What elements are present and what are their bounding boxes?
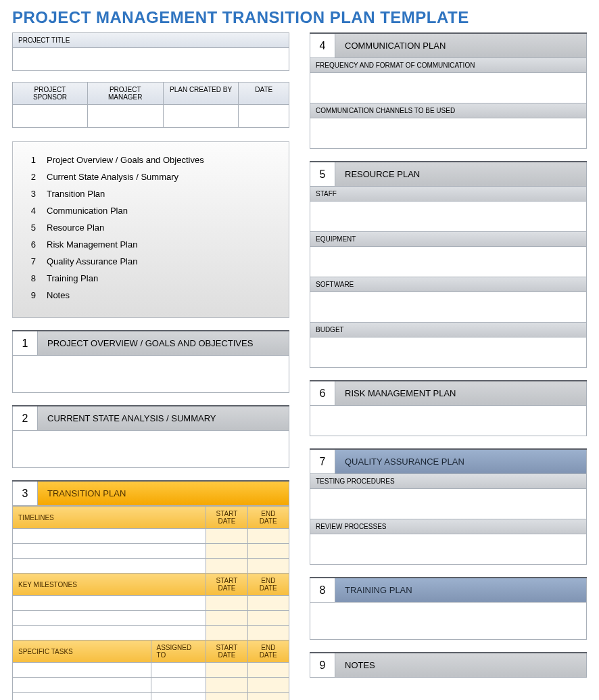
channels-label: COMMUNICATION CHANNELS TO BE USED — [310, 103, 587, 118]
right-column: 4 COMMUNICATION PLAN FREQUENCY AND FORMA… — [310, 32, 587, 700]
toc-item: 8Training Plan — [21, 270, 281, 287]
toc-item: 1Project Overview / Goals and Objectives — [21, 151, 281, 168]
project-title-label: PROJECT TITLE — [12, 32, 289, 48]
software-label: SOFTWARE — [310, 277, 587, 292]
section-1-number: 1 — [12, 331, 38, 356]
section-6-title: RISK MANAGEMENT PLAN — [335, 381, 587, 406]
section-1-header: 1 PROJECT OVERVIEW / GOALS AND OBJECTIVE… — [12, 330, 289, 356]
section-6-header: 6 RISK MANAGEMENT PLAN — [310, 380, 587, 406]
left-column: PROJECT TITLE PROJECT SPONSOR PROJECT MA… — [12, 32, 289, 700]
manager-input[interactable] — [88, 105, 164, 128]
table-row[interactable] — [13, 559, 289, 574]
section-4-header: 4 COMMUNICATION PLAN — [310, 32, 587, 58]
section-8-title: TRAINING PLAN — [335, 578, 587, 603]
budget-body[interactable] — [310, 337, 587, 368]
section-2-body[interactable] — [12, 431, 289, 468]
section-9-title: NOTES — [335, 653, 587, 678]
section-7-title: QUALITY ASSURANCE PLAN — [335, 450, 587, 474]
table-row[interactable] — [13, 678, 289, 693]
sponsor-label: PROJECT SPONSOR — [12, 82, 88, 105]
project-title-block: PROJECT TITLE — [12, 32, 289, 71]
created-by-input[interactable] — [164, 105, 239, 128]
timelines-table: TIMELINES START DATE END DATE — [12, 506, 289, 574]
equipment-body[interactable] — [310, 247, 587, 277]
freq-label: FREQUENCY AND FORMAT OF COMMUNICATION — [310, 58, 587, 73]
meta-headers: PROJECT SPONSOR PROJECT MANAGER PLAN CRE… — [12, 82, 289, 105]
budget-label: BUDGET — [310, 323, 587, 337]
review-body[interactable] — [310, 534, 587, 565]
section-8-number: 8 — [310, 578, 335, 603]
section-6-number: 6 — [310, 381, 335, 406]
section-3-title: TRANSITION PLAN — [38, 482, 289, 506]
date-label: DATE — [239, 82, 289, 105]
meta-inputs — [12, 105, 289, 128]
review-label: REVIEW PROCESSES — [310, 519, 587, 534]
timelines-label: TIMELINES — [13, 507, 206, 529]
end-date-label: END DATE — [247, 507, 289, 529]
milestones-table: KEY MILESTONES START DATE END DATE — [12, 573, 289, 640]
specific-tasks-label: SPECIFIC TASKS — [13, 640, 151, 663]
testing-label: TESTING PROCEDURES — [310, 474, 587, 489]
section-4-number: 4 — [310, 34, 335, 58]
specific-tasks-table: SPECIFIC TASKS ASSIGNED TO START DATE EN… — [12, 640, 289, 700]
table-row[interactable] — [13, 626, 289, 640]
start-date-label: START DATE — [206, 507, 247, 529]
table-of-contents: 1Project Overview / Goals and Objectives… — [12, 141, 289, 318]
section-7-header: 7 QUALITY ASSURANCE PLAN — [310, 448, 587, 474]
key-milestones-label: KEY MILESTONES — [13, 574, 206, 596]
table-row[interactable] — [13, 544, 289, 559]
project-title-input[interactable] — [12, 48, 289, 71]
section-8-body[interactable] — [310, 603, 587, 640]
freq-body[interactable] — [310, 73, 587, 103]
toc-item: 6Risk Management Plan — [21, 236, 281, 253]
section-3-header: 3 TRANSITION PLAN — [12, 480, 289, 506]
toc-item: 5Resource Plan — [21, 219, 281, 236]
toc-item: 3Transition Plan — [21, 185, 281, 202]
assigned-to-label: ASSIGNED TO — [151, 640, 206, 663]
section-3-number: 3 — [12, 482, 38, 506]
section-2-number: 2 — [12, 406, 38, 431]
staff-label: STAFF — [310, 187, 587, 202]
section-9-header: 9 NOTES — [310, 652, 587, 678]
testing-body[interactable] — [310, 489, 587, 519]
date-input[interactable] — [239, 105, 289, 128]
section-2-title: CURRENT STATE ANALYSIS / SUMMARY — [38, 406, 289, 431]
page-title: PROJECT MANAGEMENT TRANSITION PLAN TEMPL… — [0, 0, 599, 32]
start-date-label: START DATE — [206, 640, 247, 663]
toc-item: 4Communication Plan — [21, 202, 281, 219]
manager-label: PROJECT MANAGER — [88, 82, 164, 105]
section-8-header: 8 TRAINING PLAN — [310, 577, 587, 603]
toc-item: 9Notes — [21, 287, 281, 304]
end-date-label: END DATE — [247, 640, 289, 663]
section-7-number: 7 — [310, 450, 335, 474]
table-row[interactable] — [13, 529, 289, 544]
equipment-label: EQUIPMENT — [310, 232, 587, 247]
table-row[interactable] — [13, 693, 289, 701]
section-6-body[interactable] — [310, 406, 587, 436]
section-1-title: PROJECT OVERVIEW / GOALS AND OBJECTIVES — [38, 331, 289, 356]
section-9-number: 9 — [310, 653, 335, 678]
section-5-number: 5 — [310, 162, 335, 187]
toc-item: 7Quality Assurance Plan — [21, 253, 281, 270]
section-4-title: COMMUNICATION PLAN — [335, 34, 587, 58]
channels-body[interactable] — [310, 118, 587, 149]
start-date-label: START DATE — [206, 574, 247, 596]
section-2-header: 2 CURRENT STATE ANALYSIS / SUMMARY — [12, 405, 289, 431]
staff-body[interactable] — [310, 202, 587, 232]
section-5-title: RESOURCE PLAN — [335, 162, 587, 187]
table-row[interactable] — [13, 611, 289, 626]
toc-item: 2Current State Analysis / Summary — [21, 168, 281, 185]
software-body[interactable] — [310, 292, 587, 323]
table-row[interactable] — [13, 663, 289, 678]
table-row[interactable] — [13, 596, 289, 611]
section-1-body[interactable] — [12, 356, 289, 393]
section-5-header: 5 RESOURCE PLAN — [310, 161, 587, 187]
end-date-label: END DATE — [247, 574, 289, 596]
created-by-label: PLAN CREATED BY — [164, 82, 239, 105]
sponsor-input[interactable] — [12, 105, 88, 128]
